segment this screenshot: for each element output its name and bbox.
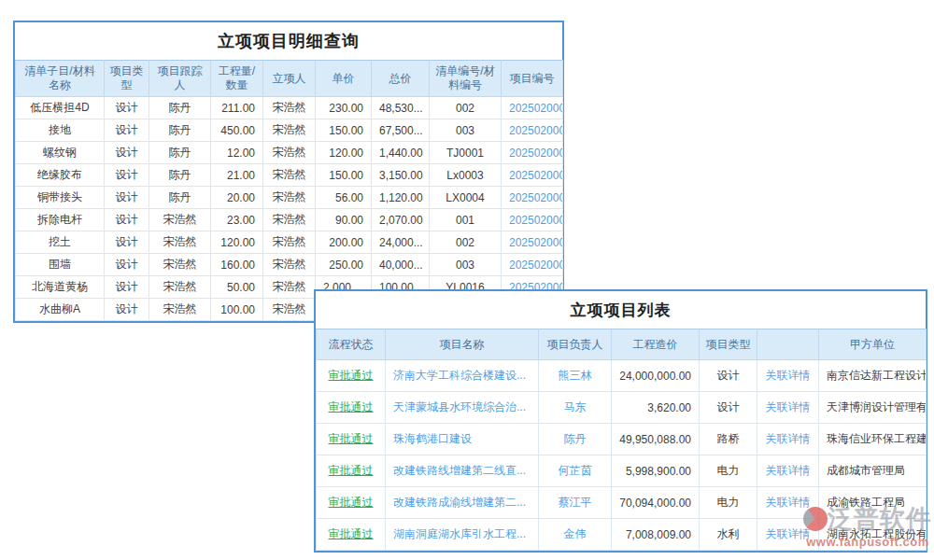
column-header: 甲方单位 bbox=[819, 329, 927, 360]
table-row: 绝缘胶布设计陈丹21.00宋浩然150.003,150.00Lx00032025… bbox=[16, 164, 563, 187]
project-cost-cell: 7,008,009.00 bbox=[612, 519, 700, 551]
project-type-cell: 设计 bbox=[105, 254, 149, 276]
table-row: 接地设计陈丹450.00宋浩然150.0067,500...0032025020… bbox=[16, 119, 563, 142]
owner-unit-cell: 成渝铁路工程局 bbox=[819, 487, 927, 519]
status-approved-link[interactable]: 审批通过 bbox=[317, 487, 386, 519]
quantity-cell: 450.00 bbox=[211, 119, 263, 142]
unit-price-cell: 230.00 bbox=[316, 97, 372, 119]
leader-link[interactable]: 金伟 bbox=[539, 519, 612, 551]
quantity-cell: 100.00 bbox=[211, 299, 263, 321]
related-detail-link[interactable]: 关联详情 bbox=[757, 360, 819, 392]
project-cost-cell: 5,998,900.00 bbox=[612, 455, 700, 487]
leader-link[interactable]: 熊三林 bbox=[539, 360, 612, 392]
owner-unit-cell: 成都城市管理局 bbox=[819, 455, 927, 487]
status-approved-link[interactable]: 审批通过 bbox=[317, 392, 386, 424]
column-header: 立项人 bbox=[263, 61, 316, 97]
column-header: 项目名称 bbox=[386, 329, 539, 360]
leader-link[interactable]: 马东 bbox=[539, 392, 612, 424]
list-header-row: 流程状态项目名称项目负责人工程造价项目类型甲方单位 bbox=[317, 329, 927, 360]
status-approved-link[interactable]: 审批通过 bbox=[317, 360, 386, 392]
tracker-cell: 陈丹 bbox=[149, 164, 211, 187]
project-type-cell: 设计 bbox=[700, 360, 757, 392]
list-code-cell: TJ0001 bbox=[430, 142, 502, 164]
total-price-cell: 67,500... bbox=[372, 119, 430, 142]
tracker-cell: 宋浩然 bbox=[149, 254, 211, 276]
project-type-cell: 设计 bbox=[105, 299, 149, 321]
column-header: 工程造价 bbox=[612, 329, 700, 360]
project-name-link[interactable]: 改建铁路成渝线增建第二... bbox=[386, 487, 539, 519]
owner-unit-cell: 天津博润设计管理有... bbox=[819, 392, 927, 424]
related-detail-link[interactable]: 关联详情 bbox=[757, 455, 819, 487]
project-cost-cell: 49,950,088.00 bbox=[612, 424, 700, 455]
project-type-cell: 设计 bbox=[105, 119, 149, 142]
project-type-cell: 设计 bbox=[105, 142, 149, 164]
tracker-cell: 宋浩然 bbox=[149, 276, 211, 299]
related-detail-link[interactable]: 关联详情 bbox=[757, 424, 819, 455]
leader-link[interactable]: 陈丹 bbox=[539, 424, 612, 455]
project-code-link[interactable]: 2025020003 bbox=[502, 209, 563, 231]
table-row: 审批通过改建铁路线增建第二线直...何芷茵5,998,900.00电力关联详情成… bbox=[317, 455, 927, 487]
initiator-cell: 宋浩然 bbox=[263, 276, 316, 299]
project-code-link[interactable]: 2025020004 bbox=[502, 119, 563, 142]
table-row: 螺纹钢设计陈丹12.00宋浩然120.001,440.00TJ000120250… bbox=[16, 142, 563, 164]
unit-price-cell: 90.00 bbox=[316, 209, 372, 231]
project-code-link[interactable]: 2025020003 bbox=[502, 254, 563, 276]
project-type-cell: 设计 bbox=[105, 97, 149, 119]
project-name-link[interactable]: 济南大学工科综合楼建设... bbox=[386, 360, 539, 392]
item-name-cell: 拆除电杆 bbox=[16, 209, 105, 231]
quantity-cell: 160.00 bbox=[211, 254, 263, 276]
tracker-cell: 宋浩然 bbox=[149, 299, 211, 321]
table-row: 审批通过改建铁路成渝线增建第二...蔡江平70,094,000.00电力关联详情… bbox=[317, 487, 927, 519]
owner-unit-cell: 南京信达新工程设计院 bbox=[819, 360, 927, 392]
leader-link[interactable]: 蔡江平 bbox=[539, 487, 612, 519]
project-code-link[interactable]: 2025020004 bbox=[502, 164, 563, 187]
related-detail-link[interactable]: 关联详情 bbox=[757, 519, 819, 551]
project-name-link[interactable]: 湖南洞庭湖水库引水工程... bbox=[386, 519, 539, 551]
related-detail-link[interactable]: 关联详情 bbox=[757, 487, 819, 519]
list-code-cell: LX0004 bbox=[430, 187, 502, 209]
column-header: 清单子目/材料名称 bbox=[16, 61, 105, 97]
tracker-cell: 宋浩然 bbox=[149, 209, 211, 231]
project-name-link[interactable]: 珠海鹤港口建设 bbox=[386, 424, 539, 455]
status-approved-link[interactable]: 审批通过 bbox=[317, 455, 386, 487]
quantity-cell: 23.00 bbox=[211, 209, 263, 231]
related-detail-link[interactable]: 关联详情 bbox=[757, 392, 819, 424]
detail-header-row: 清单子目/材料名称项目类型项目跟踪人工程量/数量立项人单价总价清单编号/材料编号… bbox=[16, 61, 563, 97]
tracker-cell: 陈丹 bbox=[149, 97, 211, 119]
project-code-link[interactable]: 2025020004 bbox=[502, 142, 563, 164]
total-price-cell: 1,120.00 bbox=[372, 187, 430, 209]
quantity-cell: 211.00 bbox=[211, 97, 263, 119]
project-cost-cell: 70,094,000.00 bbox=[612, 487, 700, 519]
status-approved-link[interactable]: 审批通过 bbox=[317, 519, 386, 551]
total-price-cell: 40,000... bbox=[372, 254, 430, 276]
initiator-cell: 宋浩然 bbox=[263, 187, 316, 209]
project-type-cell: 设计 bbox=[105, 231, 149, 254]
initiator-cell: 宋浩然 bbox=[263, 164, 316, 187]
table-row: 拆除电杆设计宋浩然23.00宋浩然90.002,070.000012025020… bbox=[16, 209, 563, 231]
item-name-cell: 铜带接头 bbox=[16, 187, 105, 209]
leader-link[interactable]: 何芷茵 bbox=[539, 455, 612, 487]
item-name-cell: 挖土 bbox=[16, 231, 105, 254]
unit-price-cell: 56.00 bbox=[316, 187, 372, 209]
list-code-cell: 003 bbox=[430, 119, 502, 142]
project-cost-cell: 24,000,000.00 bbox=[612, 360, 700, 392]
project-code-link[interactable]: 2025020003 bbox=[502, 231, 563, 254]
project-name-link[interactable]: 改建铁路线增建第二线直... bbox=[386, 455, 539, 487]
project-code-link[interactable]: 2025020004 bbox=[502, 97, 563, 119]
project-type-cell: 设计 bbox=[105, 187, 149, 209]
total-price-cell: 48,530... bbox=[372, 97, 430, 119]
initiator-cell: 宋浩然 bbox=[263, 299, 316, 321]
quantity-cell: 50.00 bbox=[211, 276, 263, 299]
tracker-cell: 陈丹 bbox=[149, 142, 211, 164]
status-approved-link[interactable]: 审批通过 bbox=[317, 424, 386, 455]
unit-price-cell: 120.00 bbox=[316, 142, 372, 164]
unit-price-cell: 150.00 bbox=[316, 164, 372, 187]
tracker-cell: 宋浩然 bbox=[149, 231, 211, 254]
unit-price-cell: 150.00 bbox=[316, 119, 372, 142]
total-price-cell: 3,150.00 bbox=[372, 164, 430, 187]
project-code-link[interactable]: 2025020004 bbox=[502, 187, 563, 209]
project-name-link[interactable]: 天津蒙城县水环境综合治... bbox=[386, 392, 539, 424]
list-code-cell: 001 bbox=[430, 209, 502, 231]
quantity-cell: 12.00 bbox=[211, 142, 263, 164]
item-name-cell: 绝缘胶布 bbox=[16, 164, 105, 187]
